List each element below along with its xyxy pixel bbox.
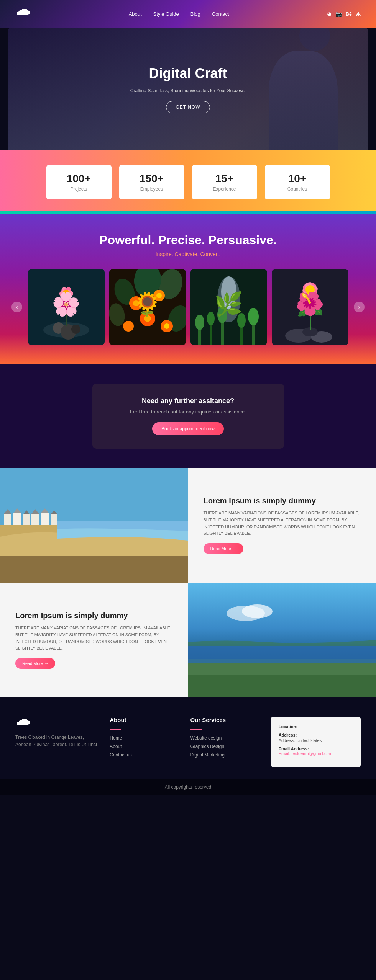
footer-services-title: Our Services xyxy=(190,717,259,723)
vk-icon[interactable]: vk xyxy=(356,11,361,17)
stat-countries-number: 10+ xyxy=(276,173,319,185)
content-image-2 xyxy=(188,583,376,697)
copyright-text: All copyrights reserved xyxy=(165,784,211,790)
footer-logo xyxy=(15,717,98,728)
svg-point-16 xyxy=(133,269,163,299)
assistance-title: Need any further assitance? xyxy=(112,397,265,405)
svg-rect-66 xyxy=(31,514,39,525)
location-label: Location: xyxy=(279,724,353,729)
svg-point-30 xyxy=(221,276,236,307)
gallery-wrapper: ‹ xyxy=(15,269,361,345)
stats-section: 100+ Projects 150+ Employees 15+ Experie… xyxy=(0,154,376,211)
svg-rect-48 xyxy=(310,296,311,330)
stat-countries: 10+ Countries xyxy=(265,165,330,199)
footer-services-col: Our Services Website design Graphics Des… xyxy=(190,717,259,767)
assistance-cta-button[interactable]: Book an appointment now xyxy=(152,422,224,435)
content-grid: Lorem Ipsum is simply dummy THERE ARE MA… xyxy=(0,468,376,697)
email-value: Email: testdemo@gmail.com xyxy=(279,751,353,756)
svg-point-21 xyxy=(153,290,165,301)
footer-link-website-design[interactable]: Website design xyxy=(190,735,259,741)
behance-icon[interactable]: Bē xyxy=(346,11,351,17)
svg-rect-76 xyxy=(188,644,376,663)
footer-link-contact[interactable]: Contact us xyxy=(110,752,179,758)
stat-employees-label: Employees xyxy=(131,186,173,192)
svg-point-8 xyxy=(59,290,73,297)
svg-point-32 xyxy=(195,315,204,330)
gallery-item-3 xyxy=(190,269,267,345)
assistance-section: Need any further assitance? Feel free to… xyxy=(0,364,376,468)
content-body-2: THERE ARE MANY VARIATIONS OF PASSAGES OF… xyxy=(15,625,173,652)
carousel-prev-button[interactable]: ‹ xyxy=(11,302,22,312)
stat-employees: 150+ Employees xyxy=(119,165,184,199)
footer: Trees Cloaked in Orange Leaves, Aenean P… xyxy=(0,697,376,779)
address-value: Address: United States xyxy=(279,738,353,743)
social-circle-icon[interactable]: ⊕ xyxy=(327,11,332,17)
content-heading-1: Lorem Ipsum is simply dummy xyxy=(204,497,361,505)
footer-contact-card: Location: Address: Address: United State… xyxy=(271,717,361,767)
stat-projects-label: Projects xyxy=(58,186,100,192)
read-more-button-2[interactable]: Read More → xyxy=(15,658,55,669)
svg-rect-70 xyxy=(51,514,57,525)
stat-experience: 15+ Experience xyxy=(192,165,257,199)
footer-brand: Trees Cloaked in Orange Leaves, Aenean P… xyxy=(15,717,98,767)
content-heading-2: Lorem Ipsum is simply dummy xyxy=(15,611,173,620)
gallery-grid xyxy=(15,269,361,345)
svg-point-22 xyxy=(156,293,162,298)
svg-point-42 xyxy=(224,303,226,307)
svg-point-41 xyxy=(227,304,231,310)
content-text-2: Lorem Ipsum is simply dummy THERE ARE MA… xyxy=(0,583,188,697)
content-body-1: THERE ARE MANY VARIATIONS OF PASSAGES OF… xyxy=(204,510,361,537)
email-address-label: Email Address: xyxy=(279,746,353,751)
svg-point-20 xyxy=(133,300,139,306)
svg-point-75 xyxy=(242,604,273,618)
footer-grid: Trees Cloaked in Orange Leaves, Aenean P… xyxy=(15,717,361,779)
svg-point-43 xyxy=(232,302,234,306)
footer-link-about[interactable]: About xyxy=(110,744,179,749)
nav-contact[interactable]: Contact xyxy=(212,11,229,17)
svg-point-40 xyxy=(248,308,259,325)
svg-point-38 xyxy=(237,313,246,328)
navbar: About Style Guide Blog Contact ⊕ 📷 Bē vk xyxy=(0,0,376,28)
hero-title: Digital Craft xyxy=(130,65,246,82)
footer-about-col: About Home About Contact us xyxy=(110,717,179,767)
powerful-subtitle: Inspire. Captivate. Convert. xyxy=(15,251,361,257)
footer-link-graphics-design[interactable]: Graphics Design xyxy=(190,744,259,749)
gradient-band-top xyxy=(0,150,376,154)
footer-about-underline xyxy=(110,729,121,730)
hero-cta-button[interactable]: GET NOW xyxy=(166,101,210,113)
svg-rect-64 xyxy=(23,514,30,525)
svg-point-27 xyxy=(164,323,169,329)
nav-style-guide[interactable]: Style Guide xyxy=(153,11,179,17)
svg-point-4 xyxy=(71,325,80,334)
footer-link-digital-marketing[interactable]: Digital Marketing xyxy=(190,752,259,758)
svg-rect-60 xyxy=(4,514,11,525)
nav-about[interactable]: About xyxy=(129,11,142,17)
stat-countries-label: Countries xyxy=(276,186,319,192)
logo[interactable] xyxy=(15,7,31,21)
assistance-text: Feel free to reach out for any inquiries… xyxy=(112,409,265,415)
svg-rect-68 xyxy=(41,513,49,525)
stat-employees-number: 150+ xyxy=(131,173,173,185)
nav-blog[interactable]: Blog xyxy=(190,11,200,17)
svg-rect-78 xyxy=(188,675,376,697)
email-row: Email Address: Email: testdemo@gmail.com xyxy=(279,746,353,756)
hero-section: Digital Craft Crafting Seamless, Stunnin… xyxy=(8,28,368,150)
footer-link-home[interactable]: Home xyxy=(110,735,179,741)
svg-rect-58 xyxy=(0,556,188,583)
svg-point-19 xyxy=(129,296,143,310)
svg-point-55 xyxy=(305,285,315,294)
footer-contact-card-wrapper: Location: Address: Address: United State… xyxy=(271,717,361,767)
instagram-icon[interactable]: 📷 xyxy=(335,11,342,17)
gallery-item-2 xyxy=(109,269,186,345)
powerful-section: Powerful. Precise. Persuasive. Inspire. … xyxy=(0,214,376,364)
read-more-button-1[interactable]: Read More → xyxy=(204,543,243,554)
svg-point-11 xyxy=(59,290,73,297)
social-icons: ⊕ 📷 Bē vk xyxy=(327,11,361,17)
svg-point-25 xyxy=(123,321,134,332)
svg-point-36 xyxy=(217,306,227,323)
svg-rect-5 xyxy=(66,299,67,326)
carousel-next-button[interactable]: › xyxy=(354,302,365,312)
teal-band xyxy=(0,211,376,214)
stat-experience-label: Experience xyxy=(204,186,246,192)
svg-point-34 xyxy=(207,312,215,325)
